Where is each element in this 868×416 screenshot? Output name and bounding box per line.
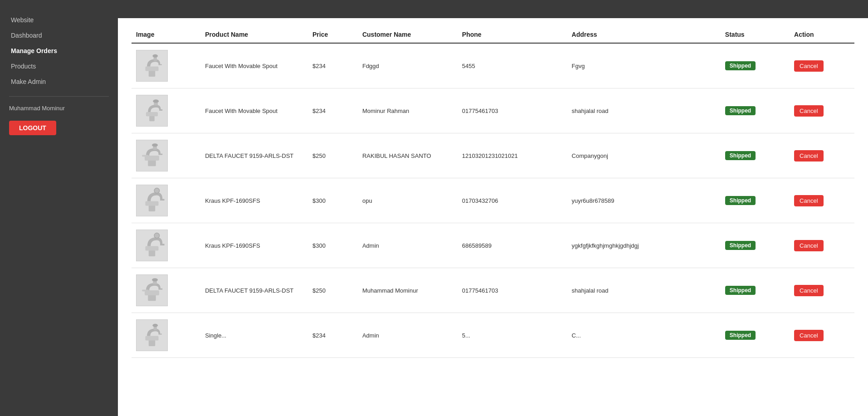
sidebar-nav: Website Dashboard Manage Orders Products…: [0, 14, 118, 88]
svg-rect-5: [146, 112, 158, 116]
address-cell: shahjalal road: [567, 88, 721, 133]
sidebar-item-website[interactable]: Website: [9, 14, 109, 26]
price-cell: $250: [308, 268, 358, 313]
product-name-cell: Faucet With Movable Spout: [200, 88, 308, 133]
action-cell[interactable]: Cancel: [790, 178, 854, 223]
orders-table-wrap: Image Product Name Price Customer Name P…: [118, 18, 868, 367]
status-badge: Shipped: [725, 331, 756, 340]
table-head: Image Product Name Price Customer Name P…: [132, 27, 854, 43]
sidebar-item-dashboard[interactable]: Dashboard: [9, 29, 109, 42]
table-row: Faucet With Movable Spout$234Mominur Rah…: [132, 88, 854, 133]
product-image-cell: [132, 88, 200, 133]
customer-name-cell: Admin: [358, 223, 458, 268]
status-badge: Shipped: [725, 151, 756, 160]
phone-cell: 12103201231021021: [458, 133, 567, 178]
product-name-cell: Kraus KPF-1690SFS: [200, 178, 308, 223]
col-header-action: Action: [790, 27, 854, 43]
sidebar-item-products[interactable]: Products: [9, 60, 109, 73]
customer-name-cell: Mominur Rahman: [358, 88, 458, 133]
sidebar-username: Muhammad Mominur: [0, 105, 118, 112]
action-cell[interactable]: Cancel: [790, 43, 854, 88]
svg-rect-1: [146, 66, 159, 71]
action-cell[interactable]: Cancel: [790, 313, 854, 358]
address-cell: ygkfgfjkfkghjmghkjgdhjdgj: [567, 223, 721, 268]
action-cell[interactable]: Cancel: [790, 88, 854, 133]
svg-rect-17: [146, 246, 159, 250]
col-header-image: Image: [132, 27, 200, 43]
cancel-button[interactable]: Cancel: [794, 240, 823, 251]
customer-name-cell: Muhammad Mominur: [358, 268, 458, 313]
price-cell: $234: [308, 88, 358, 133]
phone-cell: 5455: [458, 43, 567, 88]
product-image: [136, 95, 168, 127]
product-name-cell: Kraus KPF-1690SFS: [200, 223, 308, 268]
status-badge: Shipped: [725, 196, 756, 205]
status-badge: Shipped: [725, 61, 756, 70]
svg-rect-24: [149, 340, 156, 346]
cancel-button[interactable]: Cancel: [794, 60, 823, 72]
price-cell: $234: [308, 43, 358, 88]
col-header-product: Product Name: [200, 27, 308, 43]
table-header-row: Image Product Name Price Customer Name P…: [132, 27, 854, 43]
main-content: Image Product Name Price Customer Name P…: [118, 0, 868, 416]
col-header-customer: Customer Name: [358, 27, 458, 43]
logout-button[interactable]: LOGOUT: [9, 121, 56, 135]
product-name-cell: Single...: [200, 313, 308, 358]
action-cell[interactable]: Cancel: [790, 223, 854, 268]
svg-rect-16: [149, 250, 156, 256]
svg-rect-13: [149, 206, 156, 211]
orders-table: Image Product Name Price Customer Name P…: [132, 27, 854, 358]
status-cell: Shipped: [721, 178, 790, 223]
status-cell: Shipped: [721, 268, 790, 313]
table-body: Faucet With Movable Spout$234Fdggd5455Fg…: [132, 43, 854, 358]
cancel-button[interactable]: Cancel: [794, 150, 823, 162]
sidebar-item-make-admin[interactable]: Make Admin: [9, 75, 109, 88]
address-cell: Companygonj: [567, 133, 721, 178]
col-header-price: Price: [308, 27, 358, 43]
customer-name-cell: Fdggd: [358, 43, 458, 88]
customer-name-cell: RAKIBUL HASAN SANTO: [358, 133, 458, 178]
product-image: [136, 50, 168, 82]
customer-name-cell: opu: [358, 178, 458, 223]
address-cell: C...: [567, 313, 721, 358]
phone-cell: 686589589: [458, 223, 567, 268]
sidebar-divider: [9, 96, 109, 97]
price-cell: $250: [308, 133, 358, 178]
action-cell[interactable]: Cancel: [790, 268, 854, 313]
action-cell[interactable]: Cancel: [790, 133, 854, 178]
page-header: [118, 0, 868, 18]
cancel-button[interactable]: Cancel: [794, 330, 823, 341]
phone-cell: 01775461703: [458, 268, 567, 313]
status-badge: Shipped: [725, 286, 756, 295]
sidebar: Website Dashboard Manage Orders Products…: [0, 0, 118, 416]
svg-point-27: [152, 324, 158, 327]
status-badge: Shipped: [725, 241, 756, 250]
cancel-button[interactable]: Cancel: [794, 195, 823, 206]
cancel-button[interactable]: Cancel: [794, 285, 823, 296]
col-header-status: Status: [721, 27, 790, 43]
status-cell: Shipped: [721, 43, 790, 88]
svg-rect-14: [146, 201, 159, 206]
phone-cell: 01703432706: [458, 178, 567, 223]
product-name-cell: Faucet With Movable Spout: [200, 43, 308, 88]
product-image-cell: [132, 178, 200, 223]
svg-point-22: [152, 278, 158, 281]
phone-cell: 01775461703: [458, 88, 567, 133]
product-image: [136, 319, 168, 351]
svg-rect-12: [142, 155, 149, 157]
table-row: Single...$234Admin5...C...ShippedCancel: [132, 313, 854, 358]
col-header-phone: Phone: [458, 27, 567, 43]
svg-point-11: [152, 143, 158, 147]
address-cell: Fgvg: [567, 43, 721, 88]
cancel-button[interactable]: Cancel: [794, 105, 823, 117]
svg-point-7: [153, 99, 159, 103]
product-name-cell: DELTA FAUCET 9159-ARLS-DST: [200, 268, 308, 313]
product-image-cell: [132, 133, 200, 178]
status-badge: Shipped: [725, 106, 756, 115]
svg-point-15: [154, 188, 160, 193]
svg-rect-0: [149, 71, 156, 77]
product-image: [136, 185, 168, 216]
address-cell: shahjalal road: [567, 268, 721, 313]
svg-point-18: [154, 233, 160, 238]
sidebar-item-manage-orders[interactable]: Manage Orders: [9, 44, 109, 57]
